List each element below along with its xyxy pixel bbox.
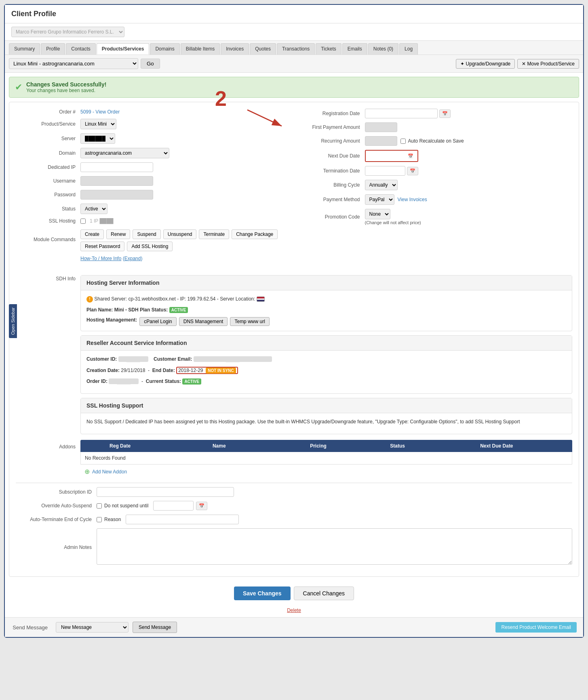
add-addon-label[interactable]: Add New Addon	[92, 469, 127, 475]
tab-products[interactable]: Products/Services	[97, 43, 150, 55]
admin-notes-textarea[interactable]	[97, 528, 572, 565]
auto-recalculate-checkbox[interactable]	[400, 139, 406, 144]
reg-date-row: Registration Date 09/09/2012 📅	[300, 109, 573, 118]
tab-log[interactable]: Log	[399, 43, 418, 55]
tab-quotes[interactable]: Quotes	[250, 43, 276, 55]
form-right: Registration Date 09/09/2012 📅 First Pay…	[300, 109, 573, 265]
cancel-changes-button[interactable]: Cancel Changes	[294, 586, 354, 600]
status-control: Active	[80, 204, 288, 214]
recurring-amount-input[interactable]	[365, 136, 397, 146]
override-date-input[interactable]	[153, 501, 194, 511]
recurring-amount-control: Auto Recalculate on Save	[365, 136, 573, 146]
product-select[interactable]: Linux Mini - astrograncanaria.com	[9, 58, 138, 69]
renew-button[interactable]: Renew	[106, 229, 130, 239]
view-order-link[interactable]: View Order	[95, 109, 120, 115]
create-button[interactable]: Create	[80, 229, 104, 239]
tab-contacts[interactable]: Contacts	[66, 43, 95, 55]
send-message-button[interactable]: Send Message	[133, 622, 177, 633]
billing-cycle-select[interactable]: Annually	[365, 180, 398, 190]
howto-link[interactable]: How-To / More Info (Expand)	[80, 256, 142, 261]
auto-terminate-control: Reason	[97, 515, 572, 524]
auto-terminate-reason-input[interactable]	[126, 515, 239, 524]
form-section: Order # 5099 - View Order Product/Servic…	[16, 109, 572, 265]
module-commands-row: Module Commands Create Renew Suspend Uns…	[16, 228, 288, 251]
first-payment-control	[365, 122, 573, 132]
server-select[interactable]: ██████	[80, 133, 115, 144]
status-select[interactable]: Active	[80, 204, 107, 214]
hosting-server-body: ! Shared Server: cp-31.webhostbox.net - …	[81, 290, 572, 331]
dedicated-ip-input[interactable]	[80, 162, 153, 172]
next-due-cal-button[interactable]: 📅	[405, 152, 416, 160]
order-value: 5099 - View Order	[80, 109, 288, 115]
ssl-body: No SSL Support / Dedicated IP has been a…	[81, 413, 572, 434]
auto-terminate-checkbox[interactable]	[97, 517, 102, 522]
payment-method-control: PayPal View Invoices	[365, 194, 573, 205]
add-ssl-button[interactable]: Add SSL Hosting	[127, 242, 173, 251]
open-sidebar-tab[interactable]: Open Sidebar	[9, 304, 17, 338]
password-label: Password	[16, 192, 80, 198]
password-input[interactable]	[80, 190, 153, 200]
domain-control: astrograncanaria.com	[80, 148, 288, 158]
tab-billable[interactable]: Billable Items	[181, 43, 220, 55]
termination-input[interactable]	[365, 166, 405, 176]
tab-notes[interactable]: Notes (0)	[368, 43, 398, 55]
order-label: Order #	[16, 109, 80, 115]
terminate-button[interactable]: Terminate	[199, 229, 229, 239]
upgrade-downgrade-button[interactable]: ✦ Upgrade/Downgrade	[456, 59, 515, 69]
username-input[interactable]	[80, 176, 153, 186]
tab-tickets[interactable]: Tickets	[316, 43, 341, 55]
hosting-mgmt-buttons: Hosting Management: cPanel Login DNS Man…	[86, 317, 566, 326]
change-package-button[interactable]: Change Package	[232, 229, 278, 239]
save-changes-button[interactable]: Save Changes	[234, 586, 291, 600]
override-cal-button[interactable]: 📅	[196, 502, 207, 510]
payment-method-select[interactable]: PayPal	[365, 194, 394, 205]
client-select[interactable]: Marco Ferrero Grupo Informatico Ferrero …	[11, 27, 124, 37]
override-checkbox[interactable]	[97, 503, 102, 509]
unsuspend-button[interactable]: Unsuspend	[163, 229, 197, 239]
add-addon-row[interactable]: ⊕ Add New Addon	[80, 465, 572, 479]
send-message-bar: Send Message New Message Send Message Re…	[5, 617, 583, 637]
domain-select[interactable]: astrograncanaria.com	[80, 148, 169, 158]
first-payment-input[interactable]	[365, 122, 397, 132]
tab-emails[interactable]: Emails	[342, 43, 367, 55]
customer-id-value: ████	[118, 356, 148, 362]
delete-link[interactable]: Delete	[5, 608, 583, 613]
next-due-label: Next Due Date	[300, 153, 365, 159]
reset-password-button[interactable]: Reset Password	[80, 242, 124, 251]
resend-welcome-button[interactable]: Resend Product Welcome Email	[495, 622, 577, 633]
suspend-button[interactable]: Suspend	[133, 229, 160, 239]
ssl-hosting-checkbox[interactable]	[80, 219, 86, 224]
admin-notes-label: Admin Notes	[16, 544, 97, 550]
message-type-select[interactable]: New Message	[56, 622, 129, 633]
subscription-id-control	[97, 487, 572, 497]
reg-date-input[interactable]: 09/09/2012	[365, 109, 438, 118]
end-date-value: 2018-12-29 NOT IN SYNC	[176, 367, 238, 374]
expand-label[interactable]: Expand	[124, 256, 141, 261]
col-actions	[556, 440, 572, 452]
product-service-row: Product/Service Linux Mini	[16, 119, 288, 129]
tab-transactions[interactable]: Transactions	[277, 43, 315, 55]
move-product-button[interactable]: ✕ Move Product/Service	[517, 59, 579, 69]
termination-cal-button[interactable]: 📅	[407, 167, 418, 175]
promo-code-select[interactable]: None	[365, 209, 390, 219]
not-in-sync-badge: NOT IN SYNC	[206, 368, 236, 374]
order-link[interactable]: 5099 - View Order	[80, 109, 120, 115]
promo-code-label: Promotion Code	[300, 214, 365, 220]
subscription-id-input[interactable]	[97, 487, 234, 497]
dns-management-button[interactable]: DNS Management	[179, 317, 228, 326]
send-message-label: Send Message	[11, 624, 52, 631]
tab-domains[interactable]: Domains	[150, 43, 179, 55]
tab-summary[interactable]: Summary	[9, 43, 40, 55]
ssl-hosting-control: 1 IP ████	[80, 218, 288, 224]
cpanel-login-button[interactable]: cPanel Login	[139, 317, 176, 326]
temp-www-button[interactable]: Temp www url	[230, 317, 269, 326]
reseller-section: Reseller Account Service Information Cus…	[80, 335, 572, 394]
tab-profile[interactable]: Profile	[41, 43, 65, 55]
view-invoices-link[interactable]: View Invoices	[398, 197, 427, 202]
promo-code-row: Promotion Code None (Change will not aff…	[300, 209, 573, 225]
product-service-select[interactable]: Linux Mini	[80, 119, 116, 129]
next-due-input[interactable]: 09/09/2019	[367, 151, 404, 160]
tab-invoices[interactable]: Invoices	[221, 43, 249, 55]
reg-date-cal-button[interactable]: 📅	[439, 109, 451, 118]
go-button[interactable]: Go	[141, 59, 160, 69]
